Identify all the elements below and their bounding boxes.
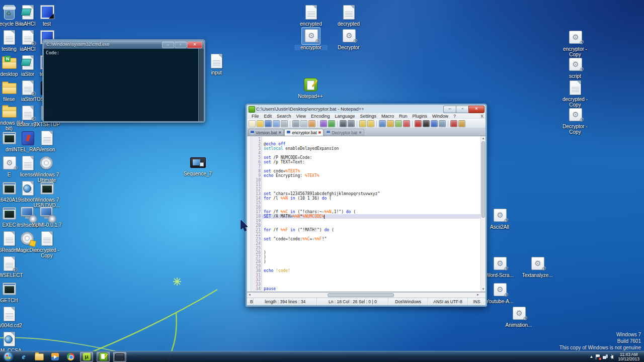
desktop-icon-decryptor-copy[interactable]: ⚙⚙Decryptor - Copy: [558, 107, 592, 135]
doc-map-icon[interactable]: [395, 120, 402, 127]
desktop-icon-hbm-ccsa-[interactable]: HBM_CCSA...: [0, 331, 26, 353]
notepad-plus-plus-window[interactable]: C:\Users\Justin\Desktop\encryptor.bat - …: [246, 104, 487, 307]
tab-decryptor-bat[interactable]: Decryptor.bat✖: [324, 129, 364, 136]
taskbar-chrome[interactable]: [64, 352, 76, 361]
code-line-30[interactable]: echo !code!: [264, 268, 480, 273]
menu-view[interactable]: View: [294, 114, 308, 119]
cmd-maximize-button[interactable]: ▫: [175, 42, 187, 48]
save-all-icon[interactable]: [273, 120, 280, 127]
npp-vertical-scrollbar[interactable]: ▲ ▼: [480, 136, 486, 292]
taskbar-notepad-plus-plus[interactable]: [97, 352, 110, 362]
taskbar-utorrent[interactable]: µ: [80, 352, 93, 362]
redo-icon[interactable]: [328, 120, 335, 127]
code-line-10[interactable]: [264, 178, 480, 183]
code-line-3[interactable]: setlocal enableDelayedExpansion: [264, 146, 480, 151]
desktop-icon-sequence-7[interactable]: Sequence_7: [181, 154, 214, 176]
desktop-icon-word-scra-[interactable]: ⚙⚙Word-Scra...: [483, 255, 516, 278]
volume-icon[interactable]: [610, 355, 613, 359]
tab-close-icon[interactable]: ✖: [318, 131, 321, 134]
save-icon[interactable]: [265, 120, 272, 127]
menu-language[interactable]: Language: [332, 114, 357, 119]
print-icon[interactable]: [281, 120, 288, 127]
paste-icon[interactable]: [308, 120, 315, 127]
desktop-icon-encryptor-copy[interactable]: ⚙⚙encryptor - Copy: [558, 29, 592, 57]
record-macro-icon[interactable]: [415, 120, 422, 127]
menu-help[interactable]: ?: [451, 114, 458, 119]
tray-chevron-icon[interactable]: ▲: [590, 354, 594, 359]
menu-run[interactable]: Run: [396, 114, 410, 119]
code-line-8[interactable]: set code=%TEXT%: [264, 169, 480, 173]
npp-code-area[interactable]: @echo off setlocal enableDelayedExpansio…: [262, 136, 480, 292]
taskbar-clock[interactable]: 11:43 AM 10/12/2013: [616, 352, 641, 361]
desktop-icon-getch[interactable]: GETCH: [0, 281, 26, 303]
npp-editor[interactable]: 1234567891011121314151617181920212223242…: [247, 136, 486, 292]
code-line-13[interactable]: set "chars=1234567891abcdefghijklmnopqrs…: [264, 192, 480, 196]
code-line-12[interactable]: [264, 187, 480, 192]
code-line-18[interactable]: SET /A MATH=%%N*%NUMCODE%: [262, 214, 480, 219]
desktop-icon-notepad-[interactable]: Notepad++: [294, 76, 327, 99]
code-line-14[interactable]: for /l %%N in (10 1 36) do (: [264, 196, 480, 201]
desktop-icon-encrypted[interactable]: encrypted: [294, 4, 328, 27]
scroll-left-icon[interactable]: ◄: [247, 293, 252, 298]
code-line-7[interactable]: [264, 164, 480, 169]
cmd-close-button[interactable]: ✕: [187, 42, 202, 48]
word-wrap-icon[interactable]: [379, 120, 386, 127]
code-line-25[interactable]: [264, 246, 480, 250]
menu-window[interactable]: Window: [430, 114, 451, 119]
desktop-icon-decrypted-copy[interactable]: decrypted - Copy: [558, 79, 592, 108]
docswitcher-icon[interactable]: [458, 120, 465, 127]
cmd-console[interactable]: Code:: [44, 49, 204, 121]
code-line-15[interactable]: [264, 201, 480, 205]
npp-close-button[interactable]: ×: [468, 106, 485, 113]
desktop-icon-test[interactable]: test: [30, 4, 63, 27]
cmd-title-bar[interactable]: C:\Windows\system32\cmd.exe – ▫ ✕: [44, 41, 204, 49]
new-file-icon[interactable]: [249, 120, 256, 127]
menu-edit[interactable]: Edit: [262, 114, 275, 119]
npp-minimize-button[interactable]: –: [443, 106, 456, 113]
horizontal-scroll-thumb[interactable]: [328, 293, 394, 297]
code-line-29[interactable]: [264, 264, 480, 268]
npp-bookmark-margin[interactable]: [247, 136, 251, 292]
desktop-icon-decryptor[interactable]: ⚙⚙Decryptor: [332, 28, 365, 50]
find-icon[interactable]: [340, 120, 347, 127]
code-line-33[interactable]: [264, 282, 480, 287]
save-macro-icon[interactable]: [439, 120, 446, 127]
scroll-right-icon[interactable]: ►: [475, 293, 480, 298]
desktop-icon-script[interactable]: ⚙⚙script: [558, 56, 592, 79]
cmd-minimize-button[interactable]: –: [162, 42, 174, 48]
desktop-icon-animation-[interactable]: ⚙⚙Animation...: [502, 305, 535, 328]
tab-encryptor-bat[interactable]: encryptor.bat✖: [284, 129, 324, 136]
npp-close-document-icon[interactable]: X: [480, 114, 484, 119]
cmd-window[interactable]: C:\Windows\system32\cmd.exe – ▫ ✕ Code:: [42, 39, 205, 123]
replace-icon[interactable]: [348, 120, 355, 127]
menu-settings[interactable]: Settings: [358, 114, 379, 119]
vertical-scroll-thumb[interactable]: [481, 141, 485, 218]
desktop-icon-encrypted-copy[interactable]: encrypted - Copy: [30, 230, 63, 258]
taskbar-internet-explorer[interactable]: e: [18, 352, 30, 361]
npp-horizontal-scrollbar[interactable]: ◄ ►: [247, 292, 486, 298]
code-line-20[interactable]: [264, 223, 480, 228]
taskbar-windows-explorer[interactable]: [33, 352, 45, 361]
scroll-down-icon[interactable]: ▼: [481, 287, 486, 292]
npp-maximize-button[interactable]: ▫: [456, 106, 468, 113]
taskbar-windows-media-player[interactable]: [49, 352, 61, 361]
code-line-24[interactable]: [264, 241, 480, 246]
desktop-icon-encryptor[interactable]: ⚙⚙encryptor: [294, 28, 328, 50]
code-line-21[interactable]: for /f %%F in ("!MATH!") do (: [264, 228, 480, 232]
desktop-icon-version[interactable]: Version: [30, 130, 63, 152]
code-line-19[interactable]: [264, 219, 480, 223]
code-line-1[interactable]: [264, 137, 480, 142]
monitoring-icon[interactable]: [450, 120, 457, 127]
code-line-16[interactable]: [264, 205, 480, 210]
show-symbols-icon[interactable]: [387, 120, 394, 127]
desktop-icon-decrypted[interactable]: decrypted: [332, 4, 365, 27]
play-macro-icon[interactable]: [431, 120, 438, 127]
stop-macro-icon[interactable]: [423, 120, 430, 127]
zoom-in-icon[interactable]: [359, 120, 366, 127]
code-line-5[interactable]: set /P NUMCODE=Code:: [264, 155, 480, 160]
npp-title-bar[interactable]: C:\Users\Justin\Desktop\encryptor.bat - …: [247, 105, 486, 113]
network-icon[interactable]: [603, 354, 608, 359]
tab-close-icon[interactable]: ✖: [279, 131, 282, 134]
code-line-6[interactable]: set /p TEXT=Text:: [264, 160, 480, 164]
desktop-icon-windows-7-usb-dvd-[interactable]: Windows 7 USB DVD...: [30, 180, 63, 208]
